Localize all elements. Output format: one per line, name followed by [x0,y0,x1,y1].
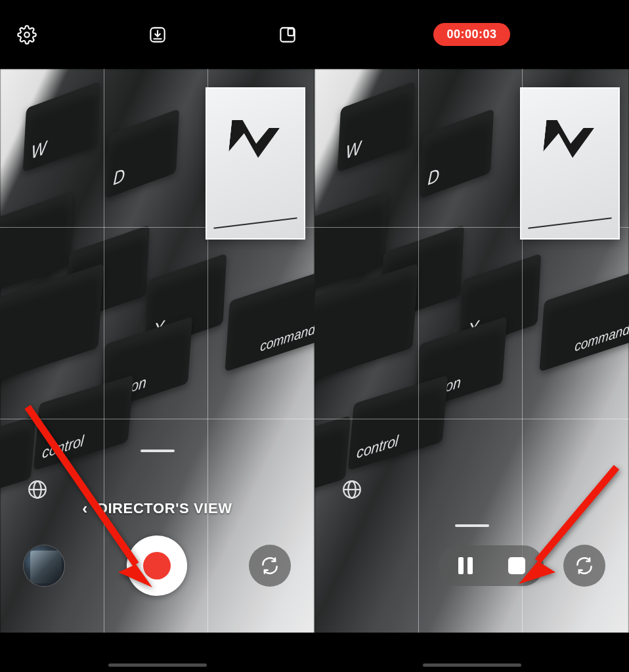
record-dot-icon [143,552,171,579]
top-toolbar: 00:00:03 [314,0,629,69]
record-button[interactable] [127,536,187,596]
selfie-pip-preview[interactable] [520,87,620,240]
svg-rect-3 [288,28,294,35]
pause-button[interactable] [453,553,478,578]
globe-icon [341,478,363,501]
recording-timer-badge: 00:00:03 [433,23,510,46]
settings-icon[interactable] [17,25,37,45]
mode-selector[interactable]: ‹ DIRECTOR'S VIEW [0,499,314,518]
pause-icon [458,557,473,574]
gallery-thumbnail[interactable] [24,545,64,586]
camera-viewfinder[interactable]: A Z X command option control fn W D ‹ DI… [0,69,314,633]
grid-line [0,419,314,419]
stop-icon [508,557,525,574]
top-toolbar [0,0,314,69]
home-indicator[interactable] [423,663,521,667]
mode-label: DIRECTOR'S VIEW [97,500,232,517]
phone-screen-right: 00:00:03 A Z X command option control fn… [314,0,629,672]
download-tray-icon[interactable] [148,25,167,45]
camera-switch-button[interactable] [563,545,605,587]
layout-pip-icon[interactable] [278,25,297,45]
globe-icon [26,478,49,501]
selfie-pip-preview[interactable] [206,87,305,240]
stop-button[interactable] [504,553,529,578]
camera-viewfinder[interactable]: A Z X command option control fn W D [314,69,629,633]
chevron-left-icon[interactable]: ‹ [82,499,88,518]
home-indicator[interactable] [108,663,207,667]
bottom-controls [0,530,314,602]
phone-screen-left: A Z X command option control fn W D ‹ DI… [0,0,314,672]
svg-point-0 [24,32,30,37]
camera-switch-button[interactable] [249,545,291,587]
bottom-controls [314,530,629,602]
recording-controls-pill [439,545,544,586]
drawer-handle[interactable] [141,450,175,452]
grid-line [314,419,629,419]
drawer-handle[interactable] [455,524,489,527]
